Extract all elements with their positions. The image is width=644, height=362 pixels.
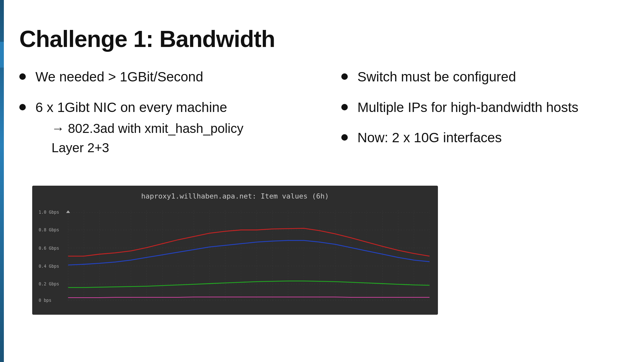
list-item: 6 x 1Gibt NIC on every machine → 802.3ad…: [19, 99, 316, 157]
bullet-dot: [341, 134, 348, 141]
bullet-dot: [19, 73, 26, 80]
list-item: Now: 2 x 10G interfaces: [341, 129, 638, 147]
svg-text:0.6 Gbps: 0.6 Gbps: [39, 246, 59, 251]
bullets-container: We needed > 1GBit/Second 6 x 1Gibt NIC o…: [19, 68, 638, 170]
svg-text:1.0 Gbps: 1.0 Gbps: [39, 210, 59, 215]
slide-content: Challenge 1: Bandwidth We needed > 1GBit…: [19, 26, 638, 315]
bullet-label: Now: 2 x 10G interfaces: [357, 130, 502, 145]
svg-marker-60: [66, 210, 70, 213]
bullet-text: Switch must be configured: [357, 68, 638, 86]
accent-bar: [0, 42, 4, 68]
bullet-dot: [19, 104, 26, 110]
bullet-text: Multiple IPs for high-bandwidth hosts: [357, 99, 638, 116]
svg-text:0.8 Gbps: 0.8 Gbps: [39, 227, 59, 232]
svg-text:0.2 Gbps: 0.2 Gbps: [39, 282, 59, 287]
svg-text:0.4 Gbps: 0.4 Gbps: [39, 264, 59, 269]
right-column: Switch must be configured Multiple IPs f…: [341, 68, 638, 170]
chart-title: haproxy1.willhaben.apa.net: Item values …: [39, 192, 431, 200]
list-item: We needed > 1GBit/Second: [19, 68, 316, 86]
bullet-label: 6 x 1Gibt NIC on every machine: [35, 100, 227, 115]
sub-line2: Layer 2+3: [52, 141, 109, 155]
sub-line1: → 802.3ad with xmit_hash_policy: [52, 119, 316, 137]
bullet-text: Now: 2 x 10G interfaces: [357, 129, 638, 147]
bullet-label: Multiple IPs for high-bandwidth hosts: [357, 100, 578, 115]
bullet-text: We needed > 1GBit/Second: [35, 68, 316, 86]
list-item: Switch must be configured: [341, 68, 638, 86]
bullet-label: Switch must be configured: [357, 69, 516, 84]
bullet-label: We needed > 1GBit/Second: [35, 69, 203, 84]
sub-bullet: → 802.3ad with xmit_hash_policy Layer 2+…: [52, 119, 316, 157]
left-column: We needed > 1GBit/Second 6 x 1Gibt NIC o…: [19, 68, 316, 170]
svg-text:0 bps: 0 bps: [39, 298, 52, 303]
slide-title: Challenge 1: Bandwidth: [19, 26, 638, 52]
bullet-text: 6 x 1Gibt NIC on every machine → 802.3ad…: [35, 99, 316, 157]
chart-svg: 1.0 Gbps 0.8 Gbps 0.6 Gbps 0.4 Gbps 0.2 …: [39, 205, 431, 308]
bullet-dot: [341, 104, 348, 110]
chart-container: haproxy1.willhaben.apa.net: Item values …: [32, 186, 438, 315]
chart-area: 1.0 Gbps 0.8 Gbps 0.6 Gbps 0.4 Gbps 0.2 …: [39, 205, 431, 308]
list-item: Multiple IPs for high-bandwidth hosts: [341, 99, 638, 116]
bullet-dot: [341, 73, 348, 80]
